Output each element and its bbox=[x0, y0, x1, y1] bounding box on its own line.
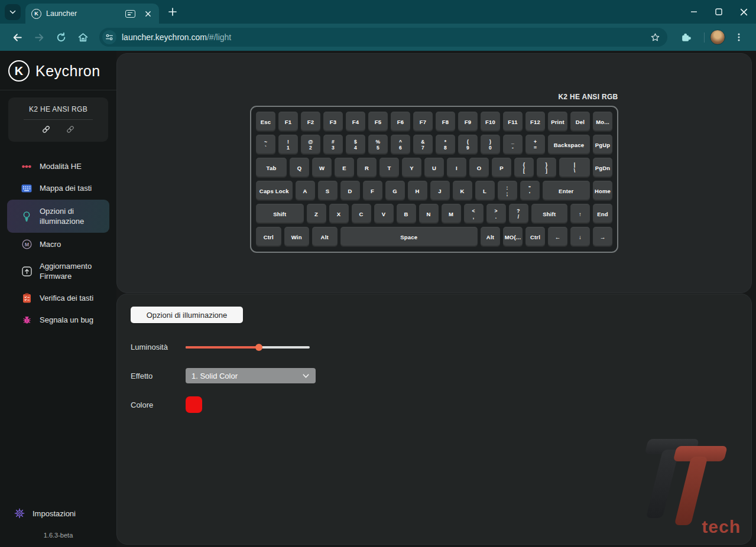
key-F[interactable]: F bbox=[363, 181, 382, 201]
key-Mo...[interactable]: Mo... bbox=[593, 112, 612, 132]
sidebar-item-bug-report[interactable]: Segnala un bug bbox=[7, 310, 109, 330]
key-F1[interactable]: F1 bbox=[278, 112, 298, 132]
key-←[interactable]: ← bbox=[548, 227, 567, 247]
wireless-link-icon[interactable] bbox=[66, 125, 74, 136]
key-P[interactable]: P bbox=[492, 158, 511, 178]
key-![interactable]: !1 bbox=[278, 135, 298, 155]
key-M[interactable]: M bbox=[442, 204, 461, 224]
brightness-thumb[interactable] bbox=[255, 344, 262, 351]
key-:[interactable]: :; bbox=[498, 181, 517, 201]
key-F4[interactable]: F4 bbox=[346, 112, 365, 132]
key-Backspace[interactable]: Backspace bbox=[548, 135, 590, 155]
key->[interactable]: >. bbox=[486, 204, 506, 224]
key-G[interactable]: G bbox=[385, 181, 405, 201]
key-Esc[interactable]: Esc bbox=[256, 112, 275, 132]
forward-button[interactable] bbox=[30, 28, 48, 46]
key-{[interactable]: {[ bbox=[514, 158, 534, 178]
key-D[interactable]: D bbox=[340, 181, 360, 201]
url-bar[interactable]: launcher.keychron.com/#/light bbox=[99, 28, 667, 47]
maximize-button[interactable] bbox=[706, 0, 731, 24]
minimize-button[interactable] bbox=[682, 0, 706, 24]
key-([interactable]: (9 bbox=[458, 135, 478, 155]
key-+[interactable]: += bbox=[525, 135, 545, 155]
key-*[interactable]: *8 bbox=[436, 135, 455, 155]
key-_[interactable]: _- bbox=[503, 135, 523, 155]
home-button[interactable] bbox=[74, 28, 92, 46]
key-PgUp[interactable]: PgUp bbox=[593, 135, 612, 155]
key-Alt[interactable]: Alt bbox=[481, 227, 500, 247]
key-B[interactable]: B bbox=[397, 204, 416, 224]
brightness-slider[interactable] bbox=[186, 343, 310, 350]
key-Q[interactable]: Q bbox=[290, 158, 309, 178]
extensions-button[interactable] bbox=[677, 28, 695, 46]
url-text[interactable]: launcher.keychron.com/#/light bbox=[122, 32, 650, 42]
key-#[interactable]: #3 bbox=[323, 135, 343, 155]
key-Shift[interactable]: Shift bbox=[531, 204, 568, 224]
sidebar-item-macro[interactable]: M Macro bbox=[7, 234, 109, 255]
key-"[interactable]: "' bbox=[520, 181, 540, 201]
key-↓[interactable]: ↓ bbox=[570, 227, 590, 247]
key-$[interactable]: $4 bbox=[346, 135, 365, 155]
key-S[interactable]: S bbox=[318, 181, 338, 201]
key-A[interactable]: A bbox=[296, 181, 315, 201]
key-F5[interactable]: F5 bbox=[368, 112, 388, 132]
key-F7[interactable]: F7 bbox=[413, 112, 433, 132]
profile-avatar[interactable] bbox=[710, 30, 725, 45]
close-window-button[interactable] bbox=[731, 0, 756, 24]
key-I[interactable]: I bbox=[447, 158, 466, 178]
tab-search-button[interactable] bbox=[5, 4, 21, 20]
tab-close-button[interactable] bbox=[141, 7, 154, 20]
key-J[interactable]: J bbox=[430, 181, 450, 201]
key-E[interactable]: E bbox=[335, 158, 354, 178]
key-Tab[interactable]: Tab bbox=[256, 158, 287, 178]
key-Del[interactable]: Del bbox=[570, 112, 590, 132]
key-T[interactable]: T bbox=[379, 158, 399, 178]
key-X[interactable]: X bbox=[329, 204, 349, 224]
key-C[interactable]: C bbox=[352, 204, 371, 224]
site-settings-icon[interactable] bbox=[102, 30, 116, 44]
key-F10[interactable]: F10 bbox=[481, 112, 500, 132]
key-O[interactable]: O bbox=[469, 158, 489, 178]
key-L[interactable]: L bbox=[475, 181, 495, 201]
sidebar-item-lighting[interactable]: Opzioni di illuminazione bbox=[7, 200, 109, 233]
key-&[interactable]: &7 bbox=[413, 135, 433, 155]
key-V[interactable]: V bbox=[374, 204, 394, 224]
key-Caps Lock[interactable]: Caps Lock bbox=[256, 181, 293, 201]
browser-tab-launcher[interactable]: K Launcher bbox=[25, 4, 159, 24]
key-→[interactable]: → bbox=[593, 227, 612, 247]
key-F9[interactable]: F9 bbox=[458, 112, 478, 132]
key-)[interactable]: )0 bbox=[481, 135, 500, 155]
key-~[interactable]: ~` bbox=[256, 135, 275, 155]
key-Home[interactable]: Home bbox=[593, 181, 612, 201]
key-@[interactable]: @2 bbox=[301, 135, 320, 155]
key-Win[interactable]: Win bbox=[284, 227, 310, 247]
key-F8[interactable]: F8 bbox=[436, 112, 455, 132]
new-tab-button[interactable] bbox=[166, 5, 179, 18]
key-F2[interactable]: F2 bbox=[301, 112, 320, 132]
color-swatch[interactable] bbox=[186, 396, 202, 413]
key-F11[interactable]: F11 bbox=[503, 112, 523, 132]
key-?[interactable]: ?/ bbox=[509, 204, 528, 224]
key-Alt[interactable]: Alt bbox=[312, 227, 338, 247]
key-↑[interactable]: ↑ bbox=[570, 204, 590, 224]
reload-button[interactable] bbox=[52, 28, 70, 46]
key-Print[interactable]: Print bbox=[548, 112, 567, 132]
key-H[interactable]: H bbox=[408, 181, 427, 201]
back-button[interactable] bbox=[8, 28, 26, 46]
key-R[interactable]: R bbox=[357, 158, 377, 178]
wired-link-icon[interactable] bbox=[42, 125, 50, 136]
effect-dropdown[interactable]: 1. Solid Color bbox=[186, 368, 316, 383]
sidebar-item-keymap[interactable]: Mappa dei tasti bbox=[7, 178, 109, 198]
key-}[interactable]: }] bbox=[537, 158, 556, 178]
key-W[interactable]: W bbox=[312, 158, 332, 178]
bookmark-button[interactable] bbox=[650, 32, 660, 43]
sidebar-item-he-mode[interactable]: Modalità HE bbox=[7, 156, 109, 177]
key-F6[interactable]: F6 bbox=[391, 112, 410, 132]
browser-menu-button[interactable] bbox=[730, 28, 748, 46]
key-Y[interactable]: Y bbox=[402, 158, 421, 178]
key-Space[interactable]: Space bbox=[340, 227, 478, 247]
key-<[interactable]: <, bbox=[464, 204, 484, 224]
key-Z[interactable]: Z bbox=[307, 204, 326, 224]
key-Shift[interactable]: Shift bbox=[256, 204, 304, 224]
key-K[interactable]: K bbox=[453, 181, 472, 201]
